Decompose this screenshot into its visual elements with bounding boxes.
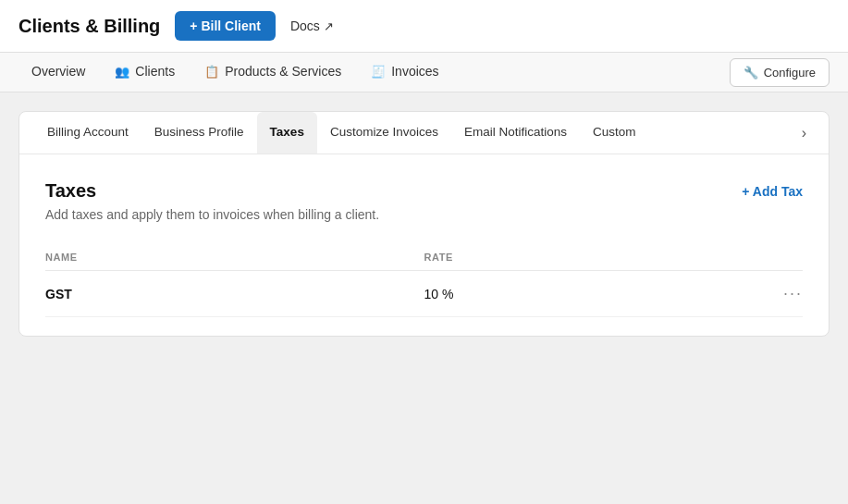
sub-tab-business-profile[interactable]: Business Profile (141, 112, 257, 154)
sub-tab-taxes[interactable]: Taxes (257, 112, 317, 154)
table-header-row: NAME RATE (45, 244, 803, 271)
sub-tab-billing-account[interactable]: Billing Account (34, 112, 141, 154)
tab-overview-label: Overview (31, 64, 85, 79)
sub-tabs: Billing Account Business Profile Taxes C… (19, 112, 829, 154)
actions-dots-icon[interactable]: ··· (783, 284, 803, 302)
docs-label: Docs (290, 18, 320, 33)
main-content: Billing Account Business Profile Taxes C… (0, 92, 848, 504)
tax-table: NAME RATE GST 10 % (45, 244, 803, 317)
configure-button[interactable]: 🔧 Configure (730, 58, 830, 87)
tab-products-services[interactable]: 📋 Products & Services (191, 53, 354, 92)
docs-link[interactable]: Docs ↗ (290, 18, 334, 33)
nav-tabs: Overview 👥 Clients 📋 Products & Services… (18, 53, 452, 92)
sub-tab-business-profile-label: Business Profile (154, 125, 244, 139)
sub-tab-email-notifications[interactable]: Email Notifications (451, 112, 580, 154)
bill-client-button[interactable]: + Bill Client (175, 11, 276, 41)
sub-tab-custom[interactable]: Custom (580, 112, 649, 154)
col-header-actions (727, 244, 803, 271)
tab-invoices-label: Invoices (391, 64, 438, 79)
tax-actions-gst[interactable]: ··· (727, 271, 803, 317)
tab-invoices[interactable]: 🧾 Invoices (358, 53, 451, 92)
tax-rate-gst: 10 % (424, 271, 728, 317)
sub-tab-customize-invoices-label: Customize Invoices (330, 125, 438, 139)
tax-name-gst: GST (45, 271, 424, 317)
taxes-subtitle: Add taxes and apply them to invoices whe… (45, 207, 379, 222)
sub-tab-taxes-label: Taxes (270, 125, 304, 139)
configure-label: Configure (764, 66, 816, 80)
taxes-section: Taxes Add taxes and apply them to invoic… (19, 154, 829, 336)
settings-card: Billing Account Business Profile Taxes C… (18, 111, 830, 337)
sub-tab-customize-invoices[interactable]: Customize Invoices (317, 112, 451, 154)
external-link-icon: ↗ (324, 19, 334, 33)
col-header-name: NAME (45, 244, 424, 271)
sub-tab-email-notifications-label: Email Notifications (464, 125, 567, 139)
invoices-icon: 🧾 (371, 65, 386, 79)
sub-tab-billing-account-label: Billing Account (47, 125, 129, 139)
sub-tabs-chevron[interactable]: › (794, 117, 814, 149)
tab-clients-label: Clients (135, 64, 175, 79)
add-tax-button[interactable]: + Add Tax (742, 180, 803, 203)
tab-products-services-label: Products & Services (225, 64, 341, 79)
page-title: Clients & Billing (18, 16, 160, 37)
products-icon: 📋 (204, 65, 219, 79)
nav-bar: Overview 👥 Clients 📋 Products & Services… (0, 53, 848, 92)
configure-icon: 🔧 (744, 66, 758, 80)
clients-icon: 👥 (115, 65, 129, 79)
sub-tab-custom-label: Custom (593, 125, 636, 139)
taxes-title: Taxes (45, 180, 379, 202)
tab-overview[interactable]: Overview (18, 53, 98, 92)
taxes-header: Taxes Add taxes and apply them to invoic… (45, 180, 803, 222)
top-header: Clients & Billing + Bill Client Docs ↗ (0, 0, 848, 53)
taxes-title-group: Taxes Add taxes and apply them to invoic… (45, 180, 379, 222)
col-header-rate: RATE (424, 244, 728, 271)
tab-clients[interactable]: 👥 Clients (102, 53, 188, 92)
table-row: GST 10 % ··· (45, 271, 803, 317)
